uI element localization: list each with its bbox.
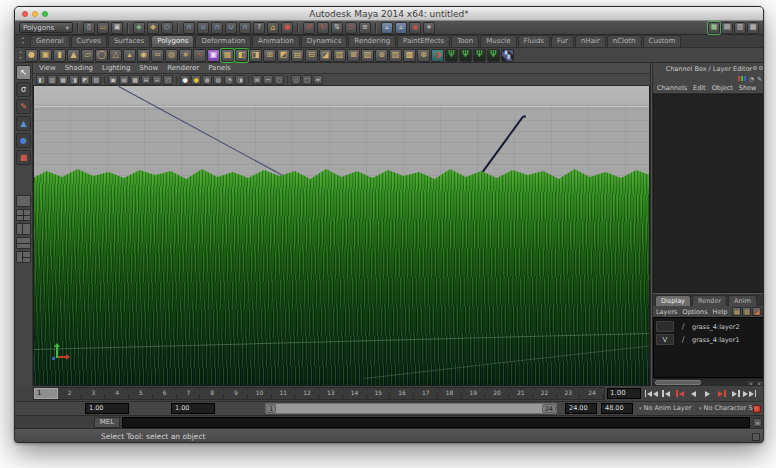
anim-layer-dropdown[interactable]: ▾ No Anim Layer (639, 404, 691, 412)
frame-tick[interactable]: 24 (580, 388, 604, 399)
snap-to-view-plane-icon[interactable]: ∪ (225, 22, 237, 34)
frame-tick[interactable]: 11 (272, 388, 296, 399)
poly-prism-icon[interactable]: △ (109, 49, 122, 62)
shelf-tab-dynamics[interactable]: Dynamics (301, 35, 348, 47)
expand-toolbar-icon[interactable]: ≪ (313, 75, 323, 85)
horizontal-split-layout-icon[interactable] (16, 237, 31, 249)
step-back-frame-button[interactable] (659, 388, 672, 400)
paint-select-tool-icon[interactable]: ✎ (16, 99, 31, 114)
tab-render[interactable]: Render (692, 295, 727, 306)
animation-end-field[interactable]: 48.00 (601, 403, 633, 414)
menu-show[interactable]: Show (739, 84, 757, 92)
shelf-menu-icon[interactable]: ▴▾ (17, 49, 24, 62)
xray-icon[interactable]: ▭ (263, 75, 273, 85)
menu-object[interactable]: Object (712, 84, 733, 92)
frame-tick[interactable]: 23 (557, 388, 581, 399)
textured-mode-icon[interactable]: ● (202, 75, 212, 85)
paintfx-grass-icon[interactable]: Ψ (473, 49, 486, 62)
horizontal-scrollbar[interactable]: ◂ ▸ (653, 378, 764, 386)
shelf-tab-surfaces[interactable]: Surfaces (108, 35, 150, 47)
screen-space-ao-icon[interactable]: ◑ (235, 75, 245, 85)
new-empty-layer-icon[interactable]: ◪ (752, 307, 761, 316)
save-scene-icon[interactable]: ▣ (111, 22, 123, 34)
range-end-handle[interactable]: 24 (542, 404, 556, 413)
safe-action-icon[interactable]: ⊟ (152, 75, 162, 85)
resolution-gate-icon[interactable]: ▤ (119, 75, 129, 85)
select-by-hierarchy-icon[interactable]: ◈ (133, 22, 145, 34)
shelf-tab-general[interactable]: General (30, 35, 70, 47)
shadows-icon[interactable]: ◔ (224, 75, 234, 85)
curve-tool-icon[interactable]: ∿ (193, 49, 206, 62)
frame-tick[interactable]: 5 (129, 388, 153, 399)
pencil-icon[interactable]: ✎ (757, 75, 762, 83)
frame-tick[interactable]: 14 (343, 388, 367, 399)
shelf-tab-ncloth[interactable]: nCloth (607, 35, 642, 47)
frame-tick[interactable]: 16 (390, 388, 414, 399)
redo-icon[interactable]: ↻ (317, 22, 329, 34)
frame-tick[interactable]: 22 (533, 388, 557, 399)
curve-endpoint[interactable] (523, 115, 526, 118)
open-scene-icon[interactable]: ▭ (97, 22, 109, 34)
move-layer-up-icon[interactable]: ▤ (732, 307, 741, 316)
paintfx-grass-icon[interactable]: Ψ (459, 49, 472, 62)
sidebar-channelbox-icon[interactable]: ▦ (708, 22, 720, 34)
shelf-tab-animation[interactable]: Animation (252, 35, 300, 47)
target-weld-icon[interactable]: ⊗ (417, 49, 430, 62)
frame-tick[interactable]: 8 (200, 388, 224, 399)
render-settings-icon[interactable]: ∗ (423, 22, 435, 34)
menu-help[interactable]: Help (713, 308, 728, 316)
minimize-icon[interactable] (32, 11, 38, 17)
insert-edge-loop-icon[interactable]: ◪ (319, 49, 332, 62)
use-all-lights-icon[interactable]: ◍ (213, 75, 223, 85)
layer-visibility-toggle[interactable]: V (656, 334, 674, 345)
single-pane-layout-icon[interactable] (16, 195, 31, 207)
frame-tick[interactable]: 17 (414, 388, 438, 399)
poly-torus-icon[interactable]: ◯ (95, 49, 108, 62)
shaded-mode-icon[interactable]: ● (191, 75, 201, 85)
move-tool-icon[interactable]: ▲ (16, 116, 31, 131)
field-chart-icon[interactable]: ⊞ (141, 75, 151, 85)
mirror-geometry-icon[interactable]: ▧ (361, 49, 374, 62)
poly-sphere-icon[interactable]: ● (25, 49, 38, 62)
menu-options[interactable]: Options (683, 308, 708, 316)
image-plane-icon[interactable]: ◩ (80, 75, 90, 85)
frame-tick[interactable]: 15 (367, 388, 391, 399)
shelf-tab-fluids[interactable]: Fluids (518, 35, 550, 47)
current-frame-indicator[interactable]: 1 (34, 388, 58, 399)
command-line-language-button[interactable]: MEL (94, 417, 120, 428)
panel-menu-renderer[interactable]: Renderer (167, 64, 199, 72)
booleans-icon[interactable]: ▣ (207, 49, 220, 62)
poly-platonic-icon[interactable]: ∗ (179, 49, 192, 62)
persp-outliner-layout-icon[interactable] (16, 223, 31, 235)
step-back-key-button[interactable] (673, 388, 686, 400)
layer-name[interactable]: grass_4:layer1 (692, 336, 740, 344)
combine-icon[interactable]: ▦ (221, 49, 234, 62)
shelf-tab-painteffects[interactable]: PaintEffects (397, 35, 450, 47)
manipulator-icon[interactable] (738, 76, 746, 81)
poly-helix-icon[interactable]: ≈ (151, 49, 164, 62)
wireframe-mode-icon[interactable]: ● (180, 75, 190, 85)
shelf-tab-rendering[interactable]: Rendering (348, 35, 396, 47)
go-to-end-button[interactable] (743, 388, 756, 400)
frame-tick[interactable]: 7 (177, 388, 201, 399)
frame-tick[interactable]: 3 (82, 388, 106, 399)
step-forward-key-button[interactable] (715, 388, 728, 400)
panel-menu-lighting[interactable]: Lighting (102, 64, 130, 72)
layer-row[interactable]: V ∕ grass_4:layer1 (654, 333, 764, 346)
panel-menu-view[interactable]: View (39, 64, 56, 72)
lock-camera-icon[interactable]: ▥ (47, 75, 57, 85)
frame-tick[interactable]: 2 (58, 388, 82, 399)
multi-cut-icon[interactable]: ▩ (403, 49, 416, 62)
frame-tick[interactable]: 13 (319, 388, 343, 399)
texture-checker-icon[interactable]: ▚ (501, 49, 514, 62)
hypergraph-persp-layout-icon[interactable] (16, 251, 31, 263)
film-gate-icon[interactable]: ▣ (108, 75, 118, 85)
current-time-field[interactable]: 1.00 (607, 388, 641, 399)
sculpt-geometry-icon[interactable]: ⊠ (347, 49, 360, 62)
paintfx-grass-icon[interactable]: Ψ (487, 49, 500, 62)
shelf-tab-muscle[interactable]: Muscle (480, 35, 516, 47)
shelf-tab-toon[interactable]: Toon (451, 35, 479, 47)
poly-soccerball-icon[interactable]: ◍ (165, 49, 178, 62)
frame-tick[interactable]: 18 (438, 388, 462, 399)
sidebar-collapse-icon[interactable]: ▩ (747, 22, 759, 34)
